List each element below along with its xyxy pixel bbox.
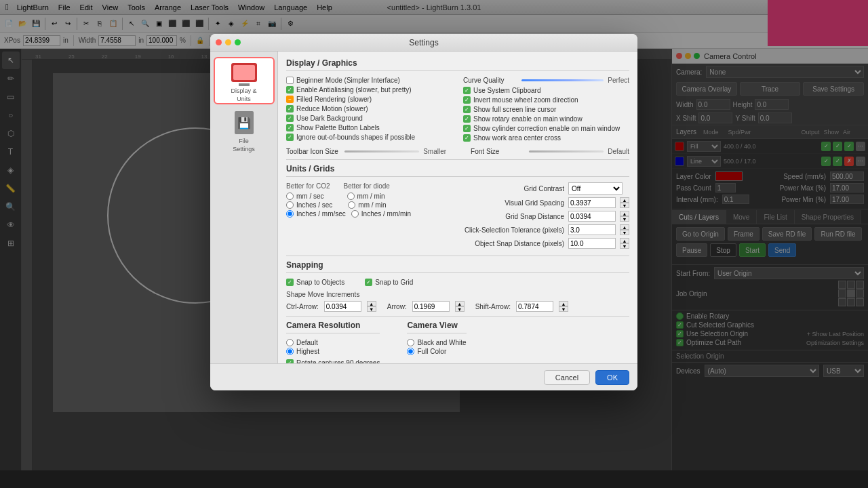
cb-cylinder-corr[interactable]: ✓ — [463, 125, 471, 132]
settings-body: Display & Units 💾 File Settings Display … — [210, 52, 637, 363]
check-invert-zoom: ✓ Invert mouse wheel zoom direction — [463, 96, 629, 104]
check-rotary-main: ✓ Show rotary enable on main window — [463, 115, 629, 123]
cb-work-center[interactable]: ✓ — [463, 134, 471, 142]
cb-rotate-captures-label: Rotate captures 90 degrees — [296, 359, 380, 363]
settings-content: Display / Graphics Beginner Mode (Simple… — [278, 52, 637, 363]
cb-reduce-motion[interactable]: ✓ — [286, 105, 294, 113]
visual-grid-up[interactable]: ▲ — [620, 197, 629, 203]
radio-in-mmmin-input[interactable] — [351, 210, 359, 218]
font-size-track[interactable] — [529, 150, 604, 152]
check-sys-clipboard: ✓ Use System Clipboard — [463, 87, 629, 94]
toolbar-icon-track[interactable] — [344, 150, 419, 152]
cancel-button[interactable]: Cancel — [544, 370, 590, 385]
cb-full-cursor[interactable]: ✓ — [463, 106, 471, 113]
radio-mm-min-label: mm / min — [357, 192, 385, 200]
sidebar-settings-label: Settings — [233, 146, 255, 152]
camera-resolution-view: Camera Resolution Default Highest ✓ Rota… — [286, 321, 629, 363]
sidebar-units-label: Units — [237, 96, 251, 102]
radio-default-label: Default — [296, 339, 318, 346]
radio-bw-label: Black and White — [417, 339, 466, 346]
snap-inputs-row: Ctrl-Arrow: ▲ ▼ Arrow: ▲ ▼ Shift-Arrow: … — [286, 301, 629, 312]
cb-palette-labels[interactable]: ✓ — [286, 124, 294, 131]
cb-sys-clipboard-label: Use System Clipboard — [473, 87, 540, 94]
dialog-maximize-dot[interactable] — [235, 39, 241, 45]
dialog-minimize-dot[interactable] — [225, 39, 231, 45]
snap-distance-input[interactable] — [568, 211, 616, 222]
radio-in-sec-label: Inches / sec — [296, 201, 332, 209]
sidebar-display-units[interactable]: Display & Units — [214, 57, 275, 104]
font-size-end: Default — [608, 148, 629, 155]
arrow-up[interactable]: ▲ — [455, 301, 465, 306]
check-filled: − Filled Rendering (slower) — [286, 96, 452, 103]
radio-default-input[interactable] — [286, 339, 294, 346]
cb-dark-bg-label: Use Dark Background — [296, 115, 363, 122]
cb-work-center-label: Show work area center cross — [473, 134, 561, 142]
click-tolerance-label: Click-Selection Tolerance (pixels) — [456, 226, 564, 234]
visual-grid-input[interactable] — [568, 197, 616, 208]
units-right-col: Grid Contrast Off Visual Grid Spacing ▲ … — [456, 182, 629, 251]
ctrl-up[interactable]: ▲ — [367, 301, 376, 306]
radio-mm-min2-input[interactable] — [348, 201, 355, 209]
snap-dist-up[interactable]: ▲ — [620, 211, 629, 216]
visual-grid-down[interactable]: ▼ — [620, 203, 629, 208]
check-snap-grid: ✓ Snap to Grid — [365, 279, 413, 286]
cb-ignore-oob[interactable]: ✓ — [286, 134, 294, 141]
dialog-close-dot[interactable] — [216, 39, 222, 45]
click-tol-down[interactable]: ▼ — [620, 230, 629, 235]
settings-title: Settings — [409, 38, 438, 47]
file-icon: 💾 — [235, 111, 254, 134]
radio-mm-sec-input[interactable] — [286, 192, 294, 200]
radio-in-sec: Inches / sec mm / min — [286, 201, 445, 209]
div3 — [286, 316, 629, 317]
cb-snap-grid-label: Snap to Grid — [375, 279, 413, 286]
file-icon-container: 💾 — [231, 109, 258, 136]
cb-filled-label: Filled Rendering (slower) — [296, 96, 372, 103]
ok-button[interactable]: OK — [595, 370, 629, 385]
cb-filled[interactable]: − — [286, 96, 294, 103]
cb-dark-bg[interactable]: ✓ — [286, 115, 294, 122]
obj-snap-down[interactable]: ▼ — [620, 243, 629, 249]
sidebar-file-settings[interactable]: 💾 File Settings — [214, 107, 275, 155]
check-cylinder-corr: ✓ Show cylinder correction enable on mai… — [463, 125, 629, 132]
obj-snap-up[interactable]: ▲ — [620, 238, 629, 243]
cb-sys-clipboard[interactable]: ✓ — [463, 87, 471, 94]
display-left-col: Beginner Mode (Simpler Interface) ✓ Enab… — [286, 77, 452, 144]
ctrl-down[interactable]: ▼ — [367, 306, 376, 312]
check-reduce-motion: ✓ Reduce Motion (slower) — [286, 105, 452, 113]
shift-up[interactable]: ▲ — [559, 301, 568, 306]
shift-arrow-input[interactable] — [516, 301, 553, 312]
cb-beginner-label: Beginner Mode (Simpler Interface) — [296, 77, 400, 84]
cb-antialias[interactable]: ✓ — [286, 86, 294, 94]
cb-snap-objects[interactable]: ✓ — [286, 279, 294, 286]
sidebar-file-label: File — [239, 138, 249, 144]
cb-invert-zoom[interactable]: ✓ — [463, 96, 471, 104]
arrow-down[interactable]: ▼ — [455, 306, 465, 312]
arrow-input[interactable] — [412, 301, 450, 312]
cb-rotary-main[interactable]: ✓ — [463, 115, 471, 123]
curve-quality-track[interactable] — [521, 79, 604, 81]
shift-down[interactable]: ▼ — [559, 306, 568, 312]
font-size-label: Font Size — [471, 148, 525, 155]
radio-mm-min-input[interactable] — [347, 192, 355, 200]
grid-contrast-select[interactable]: Off — [568, 182, 623, 195]
grid-contrast-label: Grid Contrast — [456, 185, 564, 192]
ctrl-arrow-input[interactable] — [324, 301, 361, 312]
radio-in-mmsec-input[interactable] — [286, 210, 294, 218]
radio-in-sec-input[interactable] — [286, 201, 294, 209]
camera-view-title: Camera View — [407, 321, 466, 333]
click-tolerance-row: Click-Selection Tolerance (pixels) ▲ ▼ — [456, 224, 629, 235]
cb-snap-grid[interactable]: ✓ — [365, 279, 372, 286]
units-grids-two-cols: Better for CO2 Better for diode mm / sec… — [286, 182, 629, 251]
click-tol-up[interactable]: ▲ — [620, 224, 629, 230]
obj-snap-input[interactable] — [568, 238, 616, 249]
radio-highest-input[interactable] — [286, 348, 294, 355]
radio-full-color-input[interactable] — [407, 348, 414, 355]
cb-rotate-captures[interactable]: ✓ — [286, 359, 294, 363]
snap-dist-down[interactable]: ▼ — [620, 216, 629, 222]
cb-beginner[interactable] — [286, 77, 294, 84]
cb-cylinder-corr-label: Show cylinder correction enable on main … — [473, 125, 620, 132]
radio-bw-input[interactable] — [407, 339, 414, 346]
arrow-label: Arrow: — [387, 303, 407, 310]
click-tolerance-input[interactable] — [568, 224, 616, 235]
obj-snap-spinner: ▲ ▼ — [620, 238, 629, 249]
